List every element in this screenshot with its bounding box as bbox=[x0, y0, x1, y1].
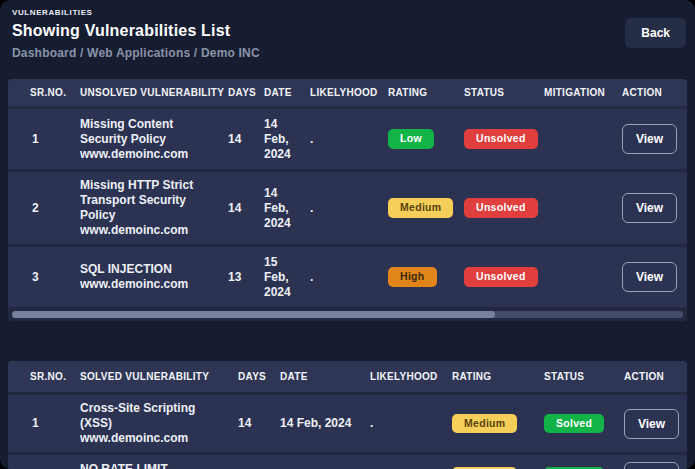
action-cell: View bbox=[614, 256, 687, 298]
table-row: 1 Cross-Site Scripting (XSS) www.demoinc… bbox=[8, 395, 687, 452]
view-button[interactable]: View bbox=[624, 462, 679, 469]
date-cell: 14 Feb, 2024 bbox=[256, 180, 302, 237]
unsolved-vulnerabilities-table: SR.NO. UNSOLVED VULNERABILITY DAYS DATE … bbox=[8, 79, 687, 321]
view-button[interactable]: View bbox=[624, 409, 679, 439]
page-title: Showing Vulnerabilities List bbox=[12, 22, 683, 40]
status-cell: Solved bbox=[536, 461, 616, 469]
likelyhood-cell: . bbox=[362, 410, 444, 437]
col-header-unsolved-vulnerability: UNSOLVED VULNERABILITY bbox=[72, 87, 220, 98]
mitigation-cell bbox=[536, 202, 614, 214]
status-badge: Unsolved bbox=[464, 198, 538, 217]
scrollbar-thumb[interactable] bbox=[12, 311, 495, 318]
date-cell: 21 Feb, 2024 bbox=[272, 464, 362, 469]
vulnerability-domain: www.demoinc.com bbox=[80, 431, 226, 446]
status-badge: Unsolved bbox=[464, 267, 538, 286]
rating-cell: Medium bbox=[444, 461, 536, 469]
status-badge: Solved bbox=[544, 414, 604, 433]
breadcrumb: Dashboard / Web Applications / Demo INC bbox=[12, 46, 683, 60]
days-cell: 14 bbox=[230, 410, 272, 437]
vulnerability-name: Cross-Site Scripting (XSS) bbox=[80, 401, 226, 431]
col-header-mitigation: MITIGATION bbox=[536, 87, 614, 98]
col-header-status: STATUS bbox=[456, 87, 536, 98]
days-cell: 14 bbox=[220, 195, 256, 222]
action-cell: View bbox=[616, 403, 687, 445]
mitigation-cell bbox=[536, 133, 614, 145]
col-header-status: STATUS bbox=[536, 371, 616, 382]
srno-cell: 1 bbox=[8, 126, 72, 153]
likelyhood-cell: . bbox=[302, 195, 380, 222]
vulnerability-cell: SQL INJECTION www.demoinc.com bbox=[72, 256, 220, 298]
rating-cell: High bbox=[380, 261, 456, 292]
col-header-srno: SR.NO. bbox=[8, 371, 72, 382]
back-button[interactable]: Back bbox=[625, 18, 686, 48]
days-cell: 7 bbox=[230, 464, 272, 469]
rating-badge: High bbox=[388, 267, 437, 286]
action-cell: View bbox=[616, 456, 687, 469]
vulnerability-cell: NO RATE LIMIT test bbox=[72, 456, 230, 469]
view-button[interactable]: View bbox=[622, 124, 677, 154]
rating-badge: Medium bbox=[452, 414, 517, 433]
srno-cell: 2 bbox=[8, 195, 72, 222]
srno-cell: 1 bbox=[8, 410, 72, 437]
date-cell: 14 Feb, 2024 bbox=[256, 111, 302, 168]
col-header-rating: RATING bbox=[444, 371, 536, 382]
section-eyebrow: VULNERABILITIES bbox=[12, 8, 683, 17]
view-button[interactable]: View bbox=[622, 193, 677, 223]
vulnerability-domain: www.demoinc.com bbox=[80, 223, 216, 238]
solved-table-header-row: SR.NO. SOLVED VULNERABILITY DAYS DATE LI… bbox=[8, 361, 687, 392]
col-header-date: DATE bbox=[256, 87, 302, 98]
srno-cell: 2 bbox=[8, 464, 72, 469]
col-header-date: DATE bbox=[272, 371, 362, 382]
status-cell: Solved bbox=[536, 408, 616, 439]
vulnerability-cell: Cross-Site Scripting (XSS) www.demoinc.c… bbox=[72, 395, 230, 452]
vulnerability-name: SQL INJECTION bbox=[80, 262, 216, 277]
rating-badge: Medium bbox=[388, 198, 453, 217]
rating-cell: Medium bbox=[444, 408, 536, 439]
vulnerability-cell: Missing HTTP Strict Transport Security P… bbox=[72, 172, 220, 244]
col-header-likelyhood: LIKELYHOOD bbox=[362, 371, 444, 382]
table-row: 3 SQL INJECTION www.demoinc.com 13 15 Fe… bbox=[8, 247, 687, 307]
vulnerability-name: Missing Content Security Policy bbox=[80, 117, 216, 147]
days-cell: 13 bbox=[220, 264, 256, 291]
col-header-solved-vulnerability: SOLVED VULNERABILITY bbox=[72, 371, 230, 382]
col-header-days: DAYS bbox=[220, 87, 256, 98]
table-row: 2 NO RATE LIMIT test 7 21 Feb, 2024 . Me… bbox=[8, 455, 687, 469]
horizontal-scrollbar[interactable] bbox=[12, 311, 683, 318]
unsolved-table-header-row: SR.NO. UNSOLVED VULNERABILITY DAYS DATE … bbox=[8, 79, 687, 106]
mitigation-cell bbox=[536, 271, 614, 283]
action-cell: View bbox=[614, 187, 687, 229]
likelyhood-cell: . bbox=[302, 264, 380, 291]
days-cell: 14 bbox=[220, 126, 256, 153]
date-cell: 15 Feb, 2024 bbox=[256, 249, 302, 306]
col-header-srno: SR.NO. bbox=[8, 87, 72, 98]
col-header-rating: RATING bbox=[380, 87, 456, 98]
col-header-action: ACTION bbox=[616, 371, 687, 382]
status-cell: Unsolved bbox=[456, 192, 536, 223]
vulnerability-domain: www.demoinc.com bbox=[80, 277, 216, 292]
vulnerability-domain: www.demoinc.com bbox=[80, 147, 216, 162]
col-header-likelyhood: LIKELYHOOD bbox=[302, 87, 380, 98]
col-header-action: ACTION bbox=[614, 87, 687, 98]
rating-cell: Medium bbox=[380, 192, 456, 223]
table-row: 1 Missing Content Security Policy www.de… bbox=[8, 109, 687, 169]
table-row: 2 Missing HTTP Strict Transport Security… bbox=[8, 172, 687, 244]
likelyhood-cell: . bbox=[362, 464, 444, 469]
page-header: VULNERABILITIES Showing Vulnerabilities … bbox=[0, 0, 695, 60]
col-header-days: DAYS bbox=[230, 371, 272, 382]
rating-cell: Low bbox=[380, 123, 456, 154]
solved-vulnerabilities-table: SR.NO. SOLVED VULNERABILITY DAYS DATE LI… bbox=[8, 361, 687, 469]
status-badge: Unsolved bbox=[464, 129, 538, 148]
date-cell: 14 Feb, 2024 bbox=[272, 410, 362, 437]
rating-badge: Low bbox=[388, 129, 434, 148]
vulnerabilities-page: VULNERABILITIES Showing Vulnerabilities … bbox=[0, 0, 695, 469]
vulnerability-name: NO RATE LIMIT bbox=[80, 462, 226, 469]
action-cell: View bbox=[614, 118, 687, 160]
srno-cell: 3 bbox=[8, 264, 72, 291]
status-cell: Unsolved bbox=[456, 123, 536, 154]
vulnerability-cell: Missing Content Security Policy www.demo… bbox=[72, 111, 220, 168]
likelyhood-cell: . bbox=[302, 126, 380, 153]
vulnerability-name: Missing HTTP Strict Transport Security P… bbox=[80, 178, 216, 223]
view-button[interactable]: View bbox=[622, 262, 677, 292]
status-cell: Unsolved bbox=[456, 261, 536, 292]
